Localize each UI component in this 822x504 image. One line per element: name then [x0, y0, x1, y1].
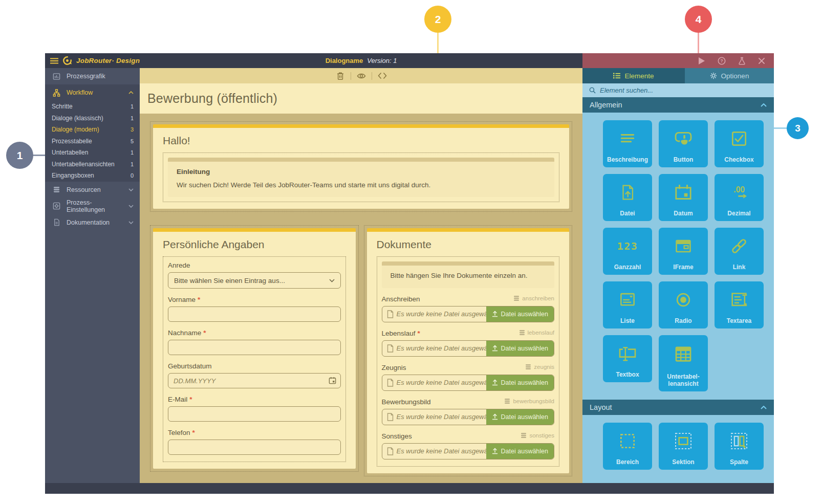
flask-lab-icon[interactable] [738, 57, 746, 65]
sidebar-subitem-prozesstabelle[interactable]: Prozesstabelle 5 [45, 136, 140, 147]
sidebar-item-ressourcen[interactable]: Ressourcen [45, 182, 140, 198]
subitem-label: Untertabellenansichten [52, 161, 131, 168]
file-icon [382, 310, 397, 318]
datei-auswaehlen-button[interactable]: Datei auswählen [486, 444, 554, 459]
field-vorname: Vorname* [168, 296, 341, 322]
database-icon [521, 432, 527, 439]
element-tile-button[interactable]: Button [659, 120, 708, 167]
sidebar-item-workflow[interactable]: Workflow [45, 84, 140, 101]
panel-scroll-area[interactable]: Allgemein Beschreibung Button Checkbox [582, 97, 774, 483]
datei-auswaehlen-button[interactable]: Datei auswählen [486, 409, 554, 425]
form-title: Bewerbung (öffentlich) [147, 91, 277, 106]
svg-text:?: ? [720, 58, 723, 63]
element-tile-liste[interactable]: Liste [603, 281, 652, 328]
element-tile-untertabellenansicht[interactable]: Untertabel-lenansicht [659, 335, 708, 391]
element-tile-bereich[interactable]: Bereich [603, 423, 652, 470]
element-tile-beschreibung[interactable]: Beschreibung [603, 120, 652, 167]
zeugnis-file-input[interactable]: Es wurde keine Datei ausgewählt. Datei a… [382, 375, 555, 391]
bewerbungsbild-file-input[interactable]: Es wurde keine Datei ausgewählt. Datei a… [382, 409, 555, 425]
sidebar-subitem-eingangsboxen[interactable]: Eingangsboxen 0 [45, 170, 140, 182]
file-placeholder: Es wurde keine Datei ausgewählt. [397, 379, 486, 386]
element-tile-iframe[interactable]: IFrame [659, 228, 708, 275]
description-text: Bitte hängen Sie Ihre Dokumente einzeln … [382, 266, 555, 288]
chevron-up-icon [761, 406, 767, 409]
required-marker: * [189, 396, 192, 403]
element-tile-checkbox[interactable]: Checkbox [715, 120, 764, 167]
element-tile-radio[interactable]: Radio [659, 281, 708, 328]
annotation-line-1 [33, 155, 45, 156]
section-hallo: Hallo! Einleitung Wir suchen Dich! Werde… [153, 124, 569, 209]
tab-elemente[interactable]: Elemente [582, 68, 685, 83]
geburtsdatum-input[interactable] [168, 373, 341, 388]
sidebar-item-prozessgrafik[interactable]: Prozessgrafik [45, 68, 140, 84]
element-tile-datum[interactable]: Datum [659, 174, 708, 221]
element-tile-textbox[interactable]: Textbox [603, 335, 652, 382]
database-icon [504, 398, 510, 404]
section-wrapper-dokumente[interactable]: Dokumente Bitte hängen Sie Ihre Dokument… [364, 225, 573, 476]
field-telefon: Telefon* [168, 429, 341, 455]
sidebar-item-prozess-einstellungen[interactable]: Prozess-Einstellungen [45, 198, 140, 214]
description-text: Wir suchen Dich! Werde Teil des JobRoute… [177, 180, 546, 190]
element-wrapper-einleitung[interactable]: Einleitung Wir suchen Dich! Werde Teil d… [163, 152, 559, 202]
sidebar-subitem-untertabellen[interactable]: Untertabellen 1 [45, 147, 140, 159]
field-label: E-Mail [168, 396, 187, 403]
trash-icon[interactable] [336, 71, 345, 80]
subitem-label: Schritte [52, 103, 131, 110]
chevron-down-icon [128, 221, 134, 224]
close-icon[interactable] [758, 57, 766, 65]
anschreiben-file-input[interactable]: Es wurde keine Datei ausgewählt. Datei a… [382, 306, 555, 322]
calendar-icon[interactable] [329, 377, 336, 384]
toolbar-divider [372, 72, 372, 80]
element-tile-ganzzahl[interactable]: 123 Ganzzahl [603, 228, 652, 275]
help-icon[interactable]: ? [718, 57, 726, 65]
group-header-layout[interactable]: Layout [582, 400, 774, 415]
element-tile-label: Checkbox [724, 157, 753, 164]
subitem-count: 0 [131, 172, 134, 179]
nachname-input[interactable] [168, 340, 341, 355]
element-tile-textarea[interactable]: Textarea [715, 281, 764, 328]
element-tile-label: Datum [674, 210, 693, 217]
sidebar-subitem-dialoge-modern[interactable]: Dialoge (modern) 3 [45, 124, 140, 136]
subitem-label: Untertabellen [52, 149, 131, 156]
element-tile-spalte[interactable]: Spalte [715, 423, 764, 470]
sidebar-subitem-untertabellenansichten[interactable]: Untertabellenansichten 1 [45, 159, 140, 170]
sidebar-subitem-dialoge-klassisch[interactable]: Dialoge (klassisch) 1 [45, 113, 140, 124]
datei-auswaehlen-button[interactable]: Datei auswählen [486, 375, 554, 390]
field-db-reference: sonstiges [521, 432, 554, 439]
liste-icon [617, 281, 638, 318]
email-input[interactable] [168, 406, 341, 422]
preview-eye-icon[interactable] [357, 71, 366, 80]
sonstiges-file-input[interactable]: Es wurde keine Datei ausgewählt. Datei a… [382, 443, 555, 459]
description-handle [382, 261, 555, 266]
element-tile-label: Link [733, 264, 746, 271]
element-tile-sektion[interactable]: Sektion [659, 423, 708, 470]
section-wrapper-persoenliche-angaben[interactable]: Persönliche Angaben Anrede Bitte wählen … [150, 225, 359, 472]
group-header-allgemein[interactable]: Allgemein [582, 97, 774, 113]
datei-auswaehlen-button[interactable]: Datei auswählen [486, 306, 554, 322]
chevron-up-icon [128, 91, 134, 94]
elements-panel: Elemente Optionen Element suchen... Allg… [582, 68, 774, 483]
anrede-select[interactable]: Bitte wählen Sie einen Eintrag aus... [168, 272, 341, 289]
db-reference-name: lebenslauf [528, 330, 554, 336]
allgemein-elements-grid: Beschreibung Button Checkbox Datei [582, 113, 774, 400]
play-preview-icon[interactable] [698, 57, 706, 65]
annotation-badge-3: 3 [787, 117, 809, 139]
file-button-label: Datei auswählen [501, 448, 548, 455]
code-view-icon[interactable] [378, 71, 387, 80]
sidebar-item-dokumentation[interactable]: Dokumentation [45, 214, 140, 231]
vorname-input[interactable] [168, 306, 341, 322]
designer-actions-bar: ? [582, 53, 774, 68]
hamburger-menu-icon[interactable] [50, 57, 58, 65]
datei-auswaehlen-button[interactable]: Datei auswählen [486, 341, 554, 356]
lebenslauf-file-input[interactable]: Es wurde keine Datei ausgewählt. Datei a… [382, 340, 555, 357]
tab-optionen[interactable]: Optionen [685, 68, 774, 83]
element-tile-dezimal[interactable]: .00 Dezimal [715, 174, 764, 221]
sidebar-subitem-schritte[interactable]: Schritte 1 [45, 101, 140, 113]
field-anrede: Anrede Bitte wählen Sie einen Eintrag au… [168, 261, 341, 289]
field-nachname: Nachname* [168, 329, 341, 355]
element-tile-datei[interactable]: Datei [603, 174, 652, 221]
element-tile-link[interactable]: Link [715, 228, 764, 275]
telefon-input[interactable] [168, 440, 341, 455]
element-search-input[interactable]: Element suchen... [582, 83, 774, 97]
section-wrapper-hallo[interactable]: Hallo! Einleitung Wir suchen Dich! Werde… [150, 121, 572, 212]
